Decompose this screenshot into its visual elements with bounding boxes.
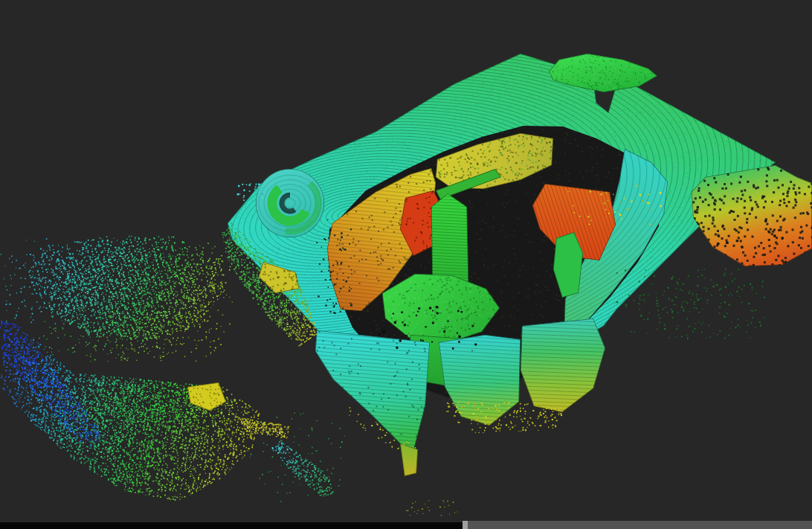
viewer-window <box>0 0 812 529</box>
horizontal-scrollbar-thumb[interactable] <box>463 521 812 529</box>
horizontal-scrollbar[interactable] <box>0 521 812 529</box>
point-cloud-viewport[interactable] <box>0 0 812 529</box>
scrollbar-thumb-cap <box>463 521 468 529</box>
